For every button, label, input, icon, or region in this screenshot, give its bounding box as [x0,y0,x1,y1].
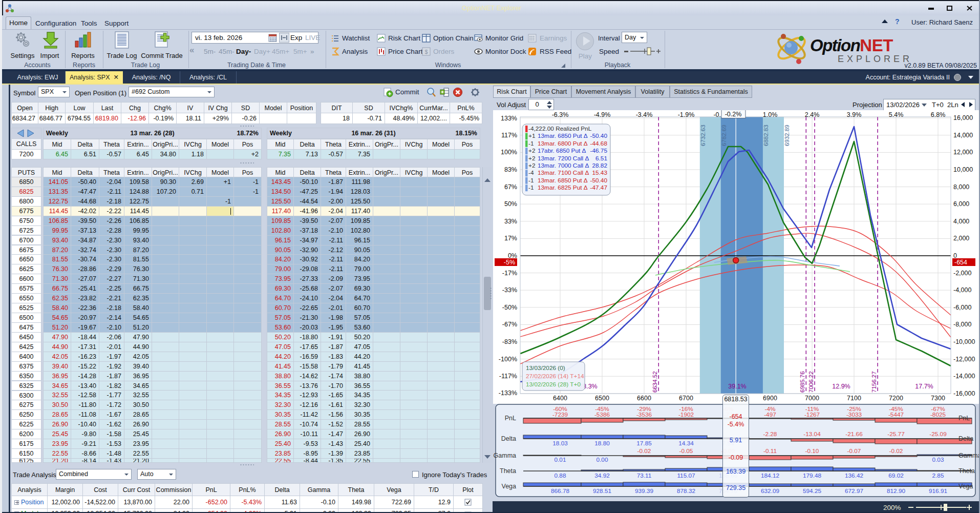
svg-text:13mar. 6800 Put Δ: 13mar. 6800 Put Δ [538,140,588,147]
svg-text:-33%: -33% [502,286,517,294]
svg-text:100%: 100% [501,149,517,156]
svg-text:4,000: 4,000 [953,218,969,225]
svg-text:6932.89: 6932.89 [784,125,790,146]
svg-text:12.9%: 12.9% [832,383,850,390]
svg-text:594.25: 594.25 [803,487,822,495]
svg-text:+2: +2 [528,155,535,162]
svg-text:0.00: 0.00 [596,456,608,463]
svg-text:6634.52: 6634.52 [652,371,658,393]
svg-text:Vega: Vega [958,483,973,490]
svg-text:-4,222.00 Realized PnL: -4,222.00 Realized PnL [528,125,592,132]
svg-text:-0.10: -0.10 [805,447,819,455]
svg-text:-50%: -50% [502,304,517,311]
svg-text:-3033: -3033 [846,411,862,418]
svg-text:-50.40: -50.40 [590,177,608,184]
svg-text:-100%: -100% [499,356,517,363]
svg-text:-2,000: -2,000 [953,270,971,277]
svg-text:-16,000: -16,000 [953,390,975,397]
svg-text:+1: +1 [528,132,535,139]
svg-text:17.85: 17.85 [636,440,652,447]
svg-text:878.32: 878.32 [677,487,695,495]
svg-text:866.78: 866.78 [551,487,570,495]
svg-text:-1267: -1267 [804,411,820,418]
svg-text:7200: 7200 [889,395,903,402]
svg-text:83%: 83% [504,166,517,173]
svg-text:18.80: 18.80 [594,440,610,447]
svg-text:7000: 7000 [805,395,819,402]
svg-text:115.07: 115.07 [677,472,695,479]
svg-text:812.90: 812.90 [887,487,906,495]
svg-text:0.01: 0.01 [555,456,566,463]
svg-text:18.03: 18.03 [552,440,568,447]
svg-text:50%: 50% [504,200,517,208]
svg-text:-12,000: -12,000 [953,356,975,363]
svg-text:-1: -1 [528,140,534,147]
svg-text:0.88: 0.88 [555,472,566,479]
svg-text:-0.07: -0.07 [847,447,861,455]
svg-text:136.42: 136.42 [845,472,863,479]
svg-text:6732.63: 6732.63 [700,125,706,146]
svg-text:6,000: 6,000 [953,200,969,208]
svg-text:916.91: 916.91 [929,487,947,495]
svg-text:117%: 117% [501,132,517,139]
svg-text:73.11: 73.11 [637,472,652,479]
svg-text:-83%: -83% [502,338,517,345]
svg-text:-67%: -67% [502,321,517,328]
svg-text:Gamma: Gamma [958,452,980,459]
svg-text:-14,000: -14,000 [953,373,975,380]
svg-text:-21.66: -21.66 [845,430,863,438]
svg-text:+2: +2 [528,147,535,154]
svg-text:0.03: 0.03 [932,456,944,463]
svg-text:13mar. 6825 Put Δ: 13mar. 6825 Put Δ [538,184,588,191]
svg-text:-5447: -5447 [888,411,904,418]
svg-text:-10,000: -10,000 [953,338,975,345]
svg-text:-47.47: -47.47 [590,184,607,191]
svg-text:-654: -654 [954,259,967,266]
svg-text:0%: 0% [508,252,517,259]
svg-text:27/02/2026 (14) T+14: 27/02/2026 (14) T+14 [526,373,584,380]
svg-text:1.0%: 1.0% [763,111,778,118]
svg-text:-4.9%: -4.9% [594,111,611,118]
svg-text:179.48: 179.48 [803,472,822,479]
svg-text:-0.02: -0.02 [889,447,903,455]
svg-text:-1: -1 [528,177,534,184]
svg-text:-0.2%: -0.2% [725,111,742,118]
svg-text:15.43: 15.43 [592,169,607,176]
svg-text:14,000: 14,000 [953,132,973,139]
svg-text:Delta: Delta [501,435,516,442]
svg-text:17.7%: 17.7% [915,383,933,390]
svg-text:13mar. 6850 Put Δ: 13mar. 6850 Put Δ [538,132,588,139]
svg-text:-1.9%: -1.9% [678,111,695,118]
svg-text:632.09: 632.09 [761,487,779,495]
svg-text:-3.4%: -3.4% [636,111,653,118]
svg-text:10,000: 10,000 [953,166,973,173]
svg-text:2.4%: 2.4% [805,111,820,118]
svg-text:14.34: 14.34 [678,440,694,447]
svg-text:-5%: -5% [504,259,515,266]
svg-text:6882.83: 6882.83 [763,125,769,146]
svg-text:16,000: 16,000 [953,114,973,121]
svg-text:6782.69: 6782.69 [721,125,727,146]
svg-text:28.82: 28.82 [592,162,607,169]
svg-text:7006.22: 7006.22 [808,371,814,393]
svg-text:-0.02: -0.02 [637,447,651,455]
svg-text:Theta: Theta [958,467,975,475]
svg-text:-0.: -0. [713,111,721,118]
svg-text:3.9%: 3.9% [847,111,862,118]
svg-text:PnL: PnL [505,415,516,422]
svg-text:-8025: -8025 [930,411,946,418]
svg-text:7100: 7100 [847,395,861,402]
svg-text:-117%: -117% [499,373,517,380]
svg-text:Vega: Vega [501,483,516,490]
svg-text:0: 0 [953,252,957,259]
svg-text:69.02: 69.02 [888,472,904,479]
svg-text:7300: 7300 [931,395,945,402]
svg-text:2.85: 2.85 [932,472,944,479]
svg-text:6.8%: 6.8% [931,111,946,118]
svg-text:-0.05: -0.05 [679,447,693,455]
svg-text:2,000: 2,000 [953,235,969,242]
svg-text:-4,000: -4,000 [953,286,971,294]
svg-text:672.97: 672.97 [845,487,863,495]
svg-text:PnL: PnL [958,415,970,422]
svg-text:7156.27: 7156.27 [871,371,877,393]
